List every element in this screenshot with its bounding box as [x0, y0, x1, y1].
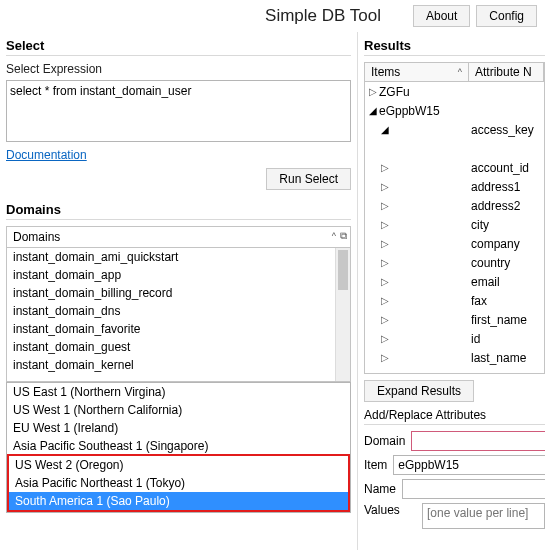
column-attribute[interactable]: Attribute N	[469, 63, 544, 81]
documentation-link[interactable]: Documentation	[6, 148, 351, 162]
grid-header: Items ^ Attribute N	[365, 63, 544, 82]
run-select-button[interactable]: Run Select	[266, 168, 351, 190]
expand-icon[interactable]: ▷	[379, 333, 391, 344]
collapse-icon[interactable]: ◢	[367, 105, 379, 116]
expand-icon[interactable]: ▷	[379, 162, 391, 173]
expand-icon[interactable]: ▷	[379, 314, 391, 325]
region-item-selected[interactable]: South America 1 (Sao Paulo)	[9, 492, 348, 510]
expand-results-button[interactable]: Expand Results	[364, 380, 474, 402]
tree-row[interactable]: ▷fax	[365, 291, 544, 310]
domain-label: Domain	[364, 434, 405, 448]
attr-label: fax	[469, 294, 544, 308]
attr-label: last_name	[469, 351, 544, 365]
attr-label: email	[469, 275, 544, 289]
name-field[interactable]	[402, 479, 545, 499]
app-title: Simple DB Tool	[265, 6, 381, 26]
domain-field[interactable]	[411, 431, 545, 451]
values-field[interactable]	[422, 503, 545, 529]
expand-icon[interactable]: ▷	[379, 295, 391, 306]
values-label: Values	[364, 503, 416, 517]
attr-label: first_name	[469, 313, 544, 327]
list-item[interactable]: instant_domain_dns	[7, 302, 350, 320]
list-item[interactable]: instant_domain_guest	[7, 338, 350, 356]
sort-asc-icon: ^	[458, 67, 462, 77]
tree-row[interactable]: ▷country	[365, 253, 544, 272]
collapse-icon[interactable]: ◢	[379, 124, 391, 135]
tree-row[interactable]: ▷address1	[365, 177, 544, 196]
attr-label: address2	[469, 199, 544, 213]
tree-row[interactable]: ▷account_id	[365, 158, 544, 177]
tree-row[interactable]: ▷first_name	[365, 310, 544, 329]
tree-item-label: ZGFu	[379, 85, 410, 99]
expand-icon[interactable]: ▷	[379, 276, 391, 287]
tree-row[interactable]: ▷last_name	[365, 348, 544, 367]
tree-row[interactable]: ▷id	[365, 329, 544, 348]
attr-label: country	[469, 256, 544, 270]
region-item[interactable]: Asia Pacific Northeast 1 (Tokyo)	[9, 474, 348, 492]
results-heading: Results	[364, 36, 545, 56]
results-grid[interactable]: Items ^ Attribute N ▷ZGFu ◢eGppbW15 ◢ ac…	[364, 62, 545, 374]
tree-row[interactable]	[365, 139, 544, 158]
attr-label: access_key	[469, 123, 544, 137]
expand-icon[interactable]: ▷	[379, 181, 391, 192]
scrollbar[interactable]	[335, 248, 350, 381]
domains-heading: Domains	[6, 200, 351, 220]
tree-row[interactable]: ▷email	[365, 272, 544, 291]
expand-icon[interactable]: ▷	[367, 86, 379, 97]
tree-item-label: eGppbW15	[379, 104, 440, 118]
domains-list[interactable]: instant_domain_ami_quickstart instant_do…	[6, 248, 351, 382]
region-item[interactable]: EU West 1 (Ireland)	[7, 419, 350, 437]
tree-row[interactable]: ▷city	[365, 215, 544, 234]
attr-label: city	[469, 218, 544, 232]
region-dropdown[interactable]: US East 1 (Northern Virgina) US West 1 (…	[6, 382, 351, 513]
results-tree[interactable]: ▷ZGFu ◢eGppbW15 ◢ access_key ▷account_id…	[365, 82, 544, 367]
select-expression-label: Select Expression	[6, 62, 351, 76]
tree-row[interactable]: ▷company	[365, 234, 544, 253]
attr-label: account_id	[469, 161, 544, 175]
expand-icon[interactable]: ▷	[379, 257, 391, 268]
chevron-up-icon: ^	[332, 231, 336, 241]
name-label: Name	[364, 482, 396, 496]
list-item[interactable]: instant_domain_app	[7, 266, 350, 284]
region-item[interactable]: US East 1 (Northern Virgina)	[7, 383, 350, 401]
region-item[interactable]: US West 1 (Northern California)	[7, 401, 350, 419]
select-heading: Select	[6, 36, 351, 56]
attr-label: company	[469, 237, 544, 251]
attr-label: id	[469, 332, 544, 346]
expand-icon[interactable]: ▷	[379, 238, 391, 249]
list-item[interactable]: instant_domain_favorite	[7, 320, 350, 338]
attr-label: address1	[469, 180, 544, 194]
column-items-label: Items	[371, 65, 400, 79]
overflow-icon: ⧉	[340, 230, 347, 242]
tree-row[interactable]: ◢ access_key	[365, 120, 544, 139]
domains-combo[interactable]: Domains ^ ⧉	[6, 226, 351, 248]
titlebar: Simple DB Tool About Config	[0, 0, 545, 32]
about-button[interactable]: About	[413, 5, 470, 27]
list-item[interactable]: instant_domain_kernel	[7, 356, 350, 374]
config-button[interactable]: Config	[476, 5, 537, 27]
region-item[interactable]: US West 2 (Oregon)	[9, 456, 348, 474]
annotation-box: US West 2 (Oregon) Asia Pacific Northeas…	[7, 454, 350, 512]
item-field[interactable]	[393, 455, 545, 475]
domains-combo-label: Domains	[13, 230, 60, 244]
select-expression-input[interactable]: select * from instant_domain_user	[6, 80, 351, 142]
list-item[interactable]: instant_domain_billing_record	[7, 284, 350, 302]
tree-row[interactable]: ▷address2	[365, 196, 544, 215]
expand-icon[interactable]: ▷	[379, 352, 391, 363]
expand-icon[interactable]: ▷	[379, 219, 391, 230]
region-item[interactable]: Asia Pacific Southeast 1 (Singapore)	[7, 437, 350, 455]
column-items[interactable]: Items ^	[365, 63, 469, 81]
item-label: Item	[364, 458, 387, 472]
tree-row[interactable]: ▷ZGFu	[365, 82, 544, 101]
tree-row[interactable]: ◢eGppbW15	[365, 101, 544, 120]
list-item[interactable]: instant_domain_ami_quickstart	[7, 248, 350, 266]
expand-icon[interactable]: ▷	[379, 200, 391, 211]
add-replace-heading: Add/Replace Attributes	[364, 408, 545, 425]
